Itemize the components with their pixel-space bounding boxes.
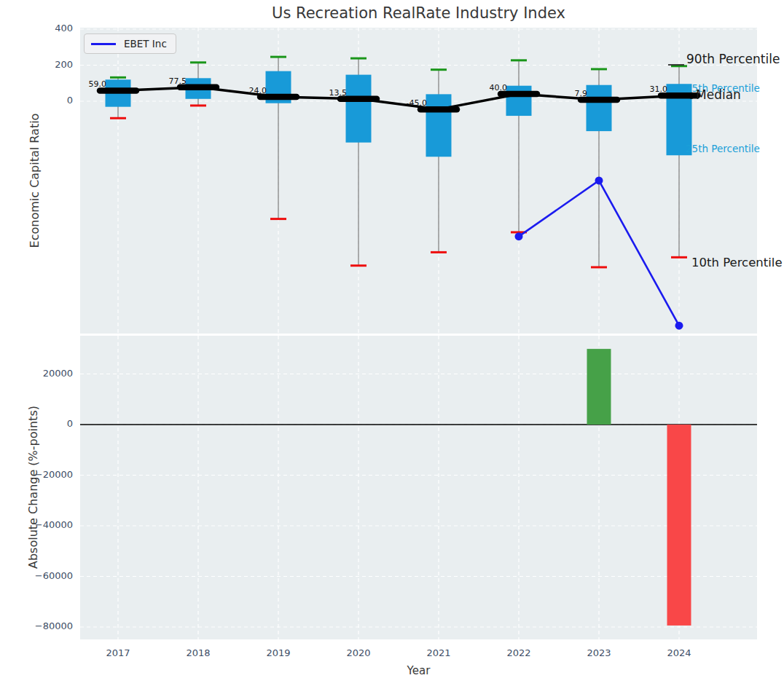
- xtick-label: 2019: [256, 647, 300, 658]
- median-value-label: 31.0: [616, 84, 667, 94]
- xtick-label: 2022: [497, 647, 541, 658]
- xtick-label: 2017: [96, 647, 140, 658]
- ytick-label-bottom: 20000: [0, 368, 73, 379]
- median-value-label: 24.0: [216, 86, 267, 95]
- legend-label: EBET Inc: [124, 38, 167, 50]
- ytick-label-bottom: −40000: [0, 519, 73, 530]
- ytick-label-bottom: 0: [0, 418, 73, 429]
- xtick-label: 2024: [657, 647, 701, 658]
- median-value-label: 13.5: [296, 88, 347, 98]
- legend-line-sample: [91, 43, 116, 45]
- median-value-label: 77.5: [136, 76, 187, 86]
- ytick-label-top: 400: [0, 23, 73, 33]
- xtick-label: 2018: [176, 647, 220, 658]
- chart-title: Us Recreation RealRate Industry Index: [80, 4, 757, 22]
- annotation-median: Median: [696, 87, 741, 102]
- median-value-label: 40.0: [456, 83, 507, 92]
- legend: EBET Inc: [84, 33, 176, 54]
- annotation-90th-percentile: 90th Percentile: [686, 52, 780, 66]
- median-value-label: -45.0: [376, 98, 427, 108]
- ytick-label-top: 0: [0, 95, 73, 106]
- ytick-label-top: 200: [0, 59, 73, 70]
- x-axis-label: Year: [80, 664, 757, 677]
- annotation-10th-percentile: 10th Percentile: [691, 256, 783, 269]
- ytick-label-bottom: −60000: [0, 570, 73, 581]
- ytick-label-bottom: −80000: [0, 620, 73, 631]
- xtick-label: 2021: [417, 647, 460, 658]
- annotation-25th-percentile: 25th Percentile: [686, 143, 760, 154]
- y-axis-label-bottom: Absolute Change (%-points): [26, 406, 40, 569]
- xtick-label: 2020: [337, 647, 380, 658]
- median-value-label: 59.0: [55, 79, 106, 89]
- median-value-label: 7.9: [536, 89, 587, 98]
- xtick-label: 2023: [577, 647, 621, 658]
- ytick-label-bottom: −20000: [0, 469, 73, 480]
- y-axis-label-top: Economic Capital Ratio: [28, 114, 42, 248]
- figure: Us Recreation RealRate Industry Index EB…: [0, 0, 784, 686]
